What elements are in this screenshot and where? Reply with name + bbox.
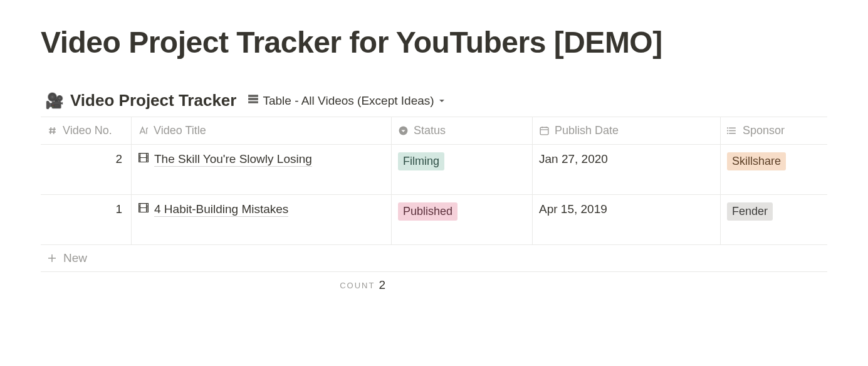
column-label: Status [414,124,446,137]
film-icon: 🎞 [138,152,149,165]
column-label: Publish Date [555,124,619,137]
plus-icon [47,253,57,263]
table-header-row: Video No. Video Title Status Publish Dat… [41,117,827,145]
film-icon: 🎞 [138,202,149,216]
column-header-video-title[interactable]: Video Title [132,117,392,144]
column-header-sponsor[interactable]: Sponsor [721,117,827,144]
footer-cell [41,278,132,292]
svg-point-2 [727,127,728,128]
database-title: Video Project Tracker [70,91,236,110]
count-label: COUNT [340,281,375,290]
database-header: 🎥 Video Project Tracker Table - All Vide… [41,91,827,110]
column-header-video-no[interactable]: Video No. [41,117,132,144]
chevron-down-icon [438,94,446,108]
status-tag: Published [398,202,458,221]
database-title-wrap[interactable]: 🎥 Video Project Tracker [45,91,236,110]
column-label: Sponsor [743,124,785,137]
svg-point-3 [727,130,728,131]
svg-point-4 [727,133,728,134]
column-header-status[interactable]: Status [392,117,533,144]
count-value: 2 [379,278,385,292]
table-icon [248,93,259,108]
text-icon [138,125,149,136]
column-header-publish-date[interactable]: Publish Date [533,117,721,144]
footer-count[interactable]: COUNT 2 [132,278,392,292]
select-icon [398,125,409,136]
cell-publish-date[interactable]: Jan 27, 2020 [533,145,721,194]
new-row-button[interactable]: New [41,245,827,272]
cell-video-title[interactable]: 🎞 4 Habit-Building Mistakes [132,195,392,244]
camera-icon: 🎥 [45,93,64,108]
table-row[interactable]: 1 🎞 4 Habit-Building Mistakes Published … [41,195,827,245]
cell-status[interactable]: Filming [392,145,533,194]
column-label: Video No. [63,124,112,137]
database-table: Video No. Video Title Status Publish Dat… [41,117,827,298]
title-text: The Skill You're Slowly Losing [154,152,312,167]
sponsor-tag: Fender [727,202,773,221]
table-row[interactable]: 2 🎞 The Skill You're Slowly Losing Filmi… [41,145,827,195]
cell-status[interactable]: Published [392,195,533,244]
column-label: Video Title [154,124,206,137]
status-tag: Filming [398,152,444,170]
cell-video-title[interactable]: 🎞 The Skill You're Slowly Losing [132,145,392,194]
view-name: Table - All Videos (Except Ideas) [263,94,434,108]
view-selector[interactable]: Table - All Videos (Except Ideas) [244,92,449,109]
svg-rect-1 [540,127,548,135]
cell-video-no[interactable]: 2 [41,145,132,194]
number-icon [47,125,58,136]
cell-sponsor[interactable]: Skillshare [721,145,827,194]
title-text: 4 Habit-Building Mistakes [154,202,288,217]
cell-publish-date[interactable]: Apr 15, 2019 [533,195,721,244]
table-footer: COUNT 2 [41,272,827,298]
calendar-icon [539,125,550,136]
sponsor-tag: Skillshare [727,152,786,170]
multiselect-icon [727,125,738,136]
cell-sponsor[interactable]: Fender [721,195,827,244]
new-label: New [63,251,87,265]
cell-video-no[interactable]: 1 [41,195,132,244]
page-title: Video Project Tracker for YouTubers [DEM… [41,25,827,60]
